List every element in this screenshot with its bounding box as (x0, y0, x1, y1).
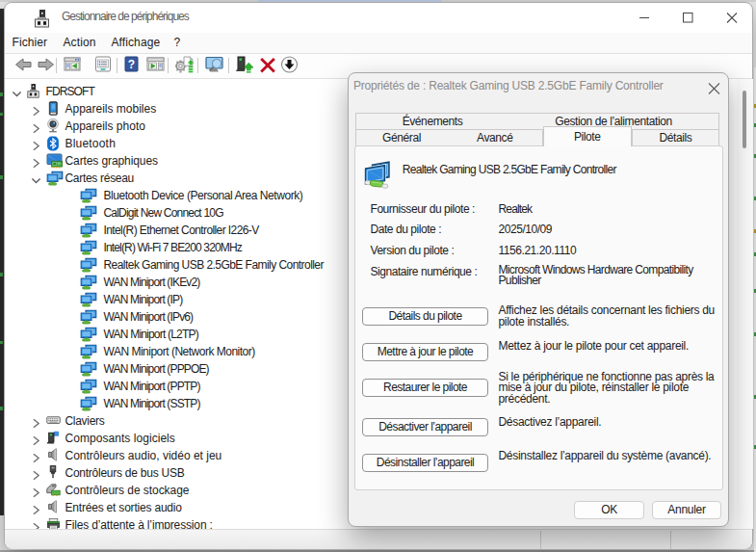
svg-text:?: ? (128, 58, 135, 71)
